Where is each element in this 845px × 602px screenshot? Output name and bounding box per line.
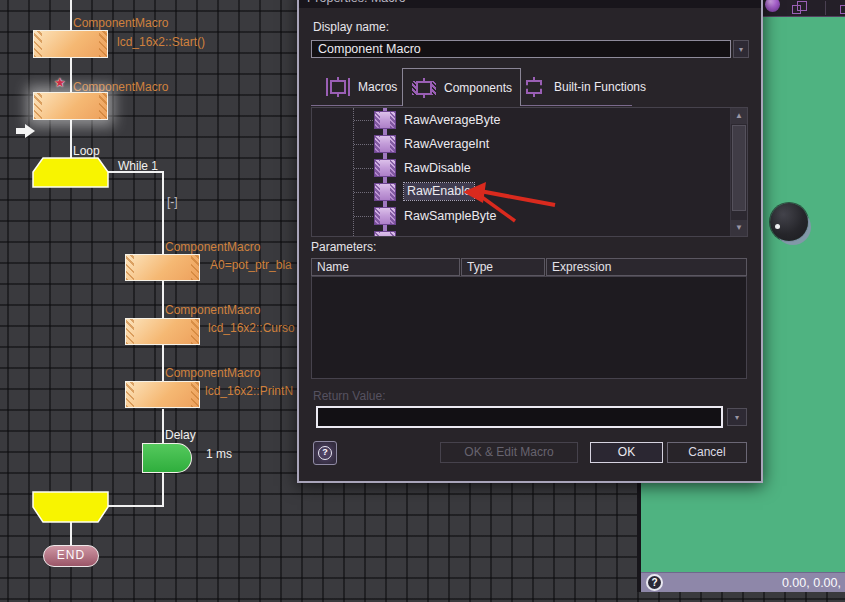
tab-builtin-label: Built-in Functions xyxy=(554,80,646,94)
component-macro-block-2-selected[interactable] xyxy=(33,92,108,120)
display-name-input[interactable]: Component Macro xyxy=(311,40,731,58)
end-terminator-block[interactable]: END xyxy=(43,545,99,567)
flowcode-window: ComponentMacro lcd_16x2::Start() ★ Compo… xyxy=(0,0,845,602)
breakpoint-star-icon: ★ xyxy=(54,75,66,90)
return-value-dropdown-button[interactable]: ▾ xyxy=(727,408,747,426)
component-tab-icon xyxy=(411,78,437,98)
delay-value-label: 1 ms xyxy=(206,447,232,461)
scrollbar-thumb[interactable] xyxy=(732,125,746,211)
display-name-dropdown-button[interactable]: ▾ xyxy=(733,40,749,58)
block4-sublabel: lcd_16x2::Curso xyxy=(208,321,295,335)
sphere-component-icon[interactable] xyxy=(765,0,780,12)
help-icon: ? xyxy=(318,446,332,460)
arrange-squares-icon[interactable] xyxy=(792,1,812,16)
macro-item-icon xyxy=(374,155,396,181)
list-item-rawaveragebyte[interactable]: RawAverageByte xyxy=(312,108,747,132)
arrange-squares-icon-2[interactable] xyxy=(840,1,845,16)
delay-label: Delay xyxy=(165,428,196,442)
tab-components-label: Components xyxy=(444,81,512,95)
macro-item-icon xyxy=(374,179,396,205)
macro-item-icon xyxy=(374,227,396,237)
param-column-name[interactable]: Name xyxy=(311,258,460,276)
panel-status-bar: ? 0.00, 0.00, xyxy=(641,572,845,592)
scroll-up-button[interactable]: ▲ xyxy=(731,108,747,124)
ok-button[interactable]: OK xyxy=(590,442,663,463)
current-step-arrow-icon xyxy=(16,124,35,138)
parameters-table-body[interactable] xyxy=(311,276,747,379)
loop-label: Loop xyxy=(73,144,100,158)
component-macro-block-4[interactable] xyxy=(125,318,200,345)
block3-label: ComponentMacro xyxy=(165,240,260,254)
macro-item-icon xyxy=(374,203,396,229)
param-column-expression[interactable]: Expression xyxy=(546,258,747,276)
display-name-label: Display name: xyxy=(313,20,389,34)
builtin-function-tab-icon xyxy=(521,77,547,97)
loop-start-block[interactable] xyxy=(33,158,108,187)
properties-macro-dialog: Properties: Macro Display name: Componen… xyxy=(297,0,763,483)
component-macro-block-5[interactable] xyxy=(125,381,200,408)
component-macro-block-1[interactable] xyxy=(33,30,108,58)
list-item-rawdisable[interactable]: RawDisable xyxy=(312,156,747,180)
loop-end-block[interactable] xyxy=(33,492,108,522)
loop-collapse-toggle[interactable]: [-] xyxy=(167,195,178,209)
block5-sublabel: lcd_16x2::PrintN xyxy=(205,384,293,398)
tab-macros-label: Macros xyxy=(358,80,397,94)
tab-builtin-functions[interactable]: Built-in Functions xyxy=(521,69,646,104)
annotation-arrow-icon xyxy=(455,178,565,226)
toolbar-separator xyxy=(825,1,826,15)
ok-edit-macro-button[interactable]: OK & Edit Macro xyxy=(440,442,578,463)
macro-tab-icon xyxy=(325,77,351,97)
block3-sublabel: A0=pot_ptr_bla xyxy=(210,258,292,272)
potentiometer-knob[interactable] xyxy=(770,203,808,241)
return-value-label: Return Value: xyxy=(313,389,386,403)
tab-components[interactable]: Components xyxy=(402,68,521,106)
block1-sublabel: lcd_16x2::Start() xyxy=(117,35,205,49)
list-item-rawaverageint[interactable]: RawAverageInt xyxy=(312,132,747,156)
param-column-type[interactable]: Type xyxy=(461,258,545,276)
parameters-label: Parameters: xyxy=(311,240,376,254)
tab-macros[interactable]: Macros xyxy=(325,69,397,104)
loop-condition-label: While 1 xyxy=(118,159,158,173)
block5-label: ComponentMacro xyxy=(165,366,260,380)
list-item-partial[interactable] xyxy=(312,228,747,237)
status-help-icon[interactable]: ? xyxy=(646,574,663,591)
scroll-down-button[interactable]: ▼ xyxy=(731,220,747,236)
dialog-title: Properties: Macro xyxy=(299,0,761,8)
delay-block[interactable] xyxy=(142,443,192,473)
list-scrollbar[interactable]: ▲ ▼ xyxy=(730,108,747,236)
cursor-coordinates: 0.00, 0.00, xyxy=(782,576,841,590)
return-value-input[interactable] xyxy=(316,406,723,428)
macro-item-icon xyxy=(374,107,396,133)
cancel-button[interactable]: Cancel xyxy=(667,442,747,463)
block4-label: ComponentMacro xyxy=(165,303,260,317)
dialog-help-button[interactable]: ? xyxy=(313,441,337,465)
knob-indicator-dot xyxy=(775,224,780,229)
component-macro-block-3[interactable] xyxy=(125,254,200,281)
macro-item-icon xyxy=(374,131,396,157)
block1-label: ComponentMacro xyxy=(73,16,168,30)
